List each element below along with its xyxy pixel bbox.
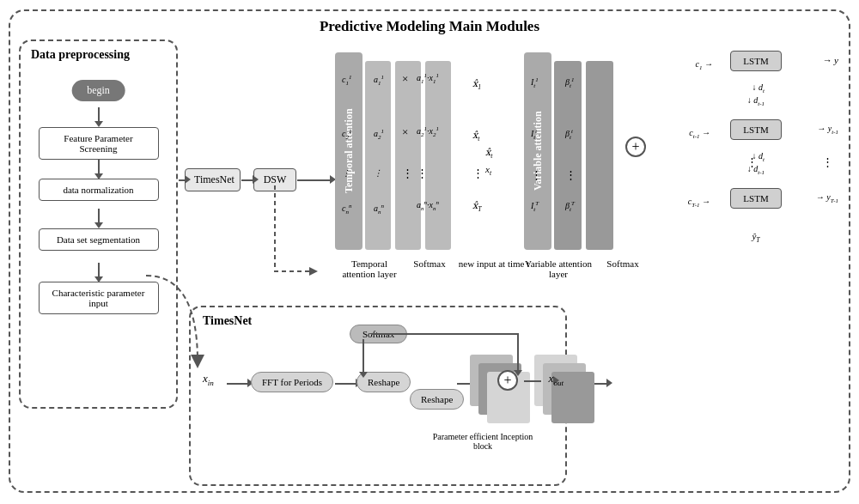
label-c21: c21: [342, 128, 351, 141]
label-I-dots: ⋮: [531, 168, 542, 182]
dsw-box: DSW: [253, 168, 296, 191]
softmax-to-blocks-h: [371, 333, 517, 335]
x-in-label: xin: [203, 372, 214, 387]
arrowhead-pre-timesnet: [185, 175, 191, 184]
lstm-dots: ⋮: [746, 155, 758, 169]
arrow-dsw-temporal: [297, 179, 332, 181]
plus-circle: +: [625, 137, 646, 157]
label-beta1: βt1: [565, 76, 574, 89]
fft-box: FFT for Periods: [251, 372, 333, 392]
label-I2: Itt: [531, 128, 537, 141]
flow-box-3: Data set segmentation: [39, 228, 159, 251]
label-beta2: βtt: [565, 128, 573, 141]
label-I1: It1: [531, 76, 539, 89]
label-betaT: βtT: [565, 200, 575, 213]
temporal-col-2: [395, 61, 421, 250]
label-a11: a11: [374, 74, 384, 87]
arrow-fft-reshape: [335, 383, 356, 385]
label-an: ann: [374, 203, 384, 216]
flow-begin: begin: [71, 80, 125, 101]
softmax-down-arrow: [362, 339, 364, 373]
arrow-xin-fft: [227, 383, 248, 385]
flow-arrow-head-3: [94, 222, 103, 228]
label-a21: a21: [374, 128, 384, 141]
lstm-box-3: LSTM: [730, 188, 782, 209]
label-a-dots: ⋮: [374, 168, 382, 178]
c1-label: c1 →: [696, 59, 713, 71]
timesnet-bottom-title: TimesNet: [203, 314, 252, 328]
label-c11: c11: [342, 74, 351, 87]
new-input-label: new input at time t: [455, 258, 533, 269]
x-t-label: xt: [485, 164, 491, 177]
flow-box-1: Feature Parameter Screening: [39, 127, 159, 160]
y-dots: ⋮: [822, 155, 833, 169]
timesnet-box: TimesNet: [185, 168, 241, 191]
arrowhead-blocks-plus: [606, 379, 612, 387]
flow-arrow-head-1: [94, 121, 103, 127]
label-axnn: ann·xnn: [417, 199, 439, 212]
softmax-to-blocks-v: [517, 333, 519, 372]
lstm-box-2: LSTM: [730, 119, 782, 140]
x-hat-dots: ⋮: [472, 167, 484, 180]
label-ax21: a21·x21: [417, 125, 439, 138]
data-preprocessing-title: Data preprocessing: [31, 48, 130, 62]
reshape-box-2: Reshape: [410, 389, 464, 410]
flow-box-2: data normalization: [39, 179, 159, 201]
arrow-timesnet-dsw: [241, 179, 253, 181]
ct1-label: ct-1 →: [689, 128, 710, 140]
times-2: ×: [402, 125, 408, 139]
arrowhead-softmax-blocks: [514, 370, 522, 376]
y-t1-label: → yt-1: [817, 124, 838, 136]
softmax-label-temporal: Softmax: [404, 258, 455, 269]
variable-layer-label: Variable attention layer: [524, 258, 593, 279]
arrowhead-softmax-down: [359, 372, 368, 378]
cT1-label: cT-1 →: [688, 197, 710, 209]
arrowhead-timesnet-dsw: [253, 175, 259, 184]
lstm-box-1: LSTM: [730, 51, 782, 71]
label-ax11: a11·x11: [417, 72, 439, 85]
var-col-2: [586, 61, 613, 250]
x-hat-T: x̂T: [472, 200, 482, 213]
times-dots: ⋮: [402, 167, 413, 180]
x-hat-t: x̂t: [485, 147, 492, 160]
x-hat-2: x̂t: [472, 130, 479, 143]
times-1: ×: [402, 72, 408, 86]
yT1-label: → yT-1: [816, 192, 838, 204]
softmax-label-variable: Softmax: [597, 258, 649, 269]
arrow-reshape-blocks: [457, 383, 470, 385]
label-beta-dots: ⋮: [565, 168, 576, 182]
diagram-container: Predictive Modeling Main Modules Data pr…: [9, 9, 850, 495]
temporal-layer-label: Temporal attention layer: [335, 258, 404, 279]
temporal-col-3: [425, 61, 451, 250]
d-t1-label-1: ↓ dt-1: [747, 95, 765, 107]
label-cn: cnn: [342, 203, 351, 216]
label-dots: ⋮: [342, 168, 350, 178]
d-t-label-1: ↓ dt: [752, 82, 765, 94]
x-out-label: xout: [549, 372, 564, 387]
temporal-col-1: [365, 61, 391, 250]
x-hat-1: x̂1: [472, 78, 481, 91]
y-hat-T: ŷT: [730, 231, 782, 244]
main-title: Predictive Modeling Main Modules: [320, 18, 539, 35]
y-label: → y: [822, 55, 838, 65]
timesnet-bottom-box: TimesNet xin FFT for Periods Softmax Res…: [189, 306, 567, 486]
label-IT: ItT: [531, 200, 539, 213]
inception-label: Parameter efficient Inception block: [423, 432, 543, 451]
label-ax-dots: ⋮: [417, 167, 428, 180]
arrow-blocks-plus: [594, 383, 607, 385]
arrow-plus-xout: [524, 380, 541, 382]
